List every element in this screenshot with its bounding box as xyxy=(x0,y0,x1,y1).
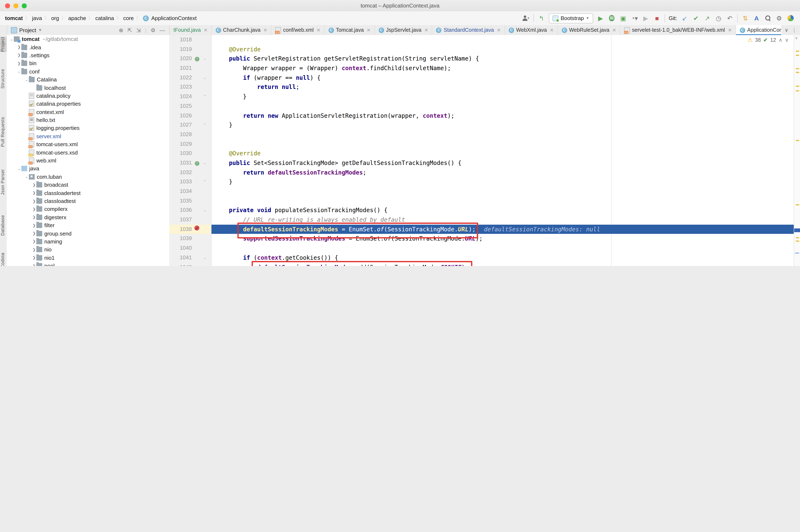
info-stripe-mark[interactable] xyxy=(795,253,799,253)
breadcrumb-item[interactable]: core xyxy=(123,15,134,21)
warning-stripe-mark[interactable] xyxy=(796,68,799,69)
fold-marker-icon[interactable]: ⌄ xyxy=(202,253,208,263)
tree-item-digesterx[interactable]: ❯digesterx xyxy=(7,213,169,221)
close-tab-icon[interactable]: ✕ xyxy=(728,27,732,33)
profiler-icon[interactable]: ◔▾ xyxy=(631,14,638,22)
tool-stripe-codota[interactable]: Codota xyxy=(0,253,7,266)
locate-icon[interactable]: ⊕ xyxy=(119,27,123,33)
gutter[interactable]: 1027⌃ xyxy=(169,120,212,130)
tree-item-group-send[interactable]: ❯group.send xyxy=(7,229,169,238)
chevron-down-icon[interactable]: ∨ xyxy=(784,27,788,33)
code-line-1029[interactable]: 1029 xyxy=(169,139,794,149)
fold-marker-icon[interactable]: ⌃ xyxy=(202,92,208,101)
gutter[interactable]: 1036⌄ xyxy=(169,206,212,215)
editor-tab-conf-web-xml[interactable]: conf/web.xml✕ xyxy=(271,25,325,35)
chevron-down-icon[interactable]: ▼ xyxy=(38,28,42,32)
tree-item-catalina-policy[interactable]: catalina.policy xyxy=(7,92,169,100)
code-line-1035[interactable]: 1035 xyxy=(169,196,794,206)
error-stripe-scrollbar[interactable]: ∨ xyxy=(794,35,800,266)
tree-chevron-icon[interactable]: ❯ xyxy=(32,264,36,266)
tree-item-tomcat-users-xml[interactable]: tomcat-users.xml xyxy=(7,140,169,149)
git-update-icon[interactable]: ↙ xyxy=(681,14,688,22)
gutter[interactable]: 1018 xyxy=(169,35,212,44)
code-line-1025[interactable]: 1025 xyxy=(169,101,794,111)
fold-marker-icon[interactable]: ⌃ xyxy=(202,120,208,130)
breadcrumb-item[interactable]: org xyxy=(51,15,59,21)
gutter[interactable]: 1039 xyxy=(169,234,212,244)
tool-stripe-database[interactable]: Database xyxy=(0,215,7,236)
tree-item-hello-txt[interactable]: hello.txt xyxy=(7,116,169,124)
tree-item-catalina-properties[interactable]: catalina.properties xyxy=(7,100,169,108)
gutter[interactable]: 1020↑⌄ xyxy=(169,54,212,63)
collapse-all-icon[interactable]: ⇲ xyxy=(136,27,141,33)
tree-item-filter[interactable]: ❯filter xyxy=(7,221,169,229)
warning-stripe-mark[interactable] xyxy=(796,51,799,52)
gutter[interactable]: 1032 xyxy=(169,168,212,177)
editor-tab-servelet-test-1-0-bak-web-inf-web-xml[interactable]: servelet-test-1.0_bak/WEB-INF/web.xml✕ xyxy=(620,25,736,35)
tree-chevron-icon[interactable]: ❯ xyxy=(32,248,36,252)
editor-tab-tfound-java[interactable]: tFound.java✕ xyxy=(170,25,212,35)
settings-gear-icon[interactable]: ⚙ xyxy=(151,27,156,33)
tree-item--settings[interactable]: ❯.settings xyxy=(7,51,169,59)
breadcrumb-item[interactable]: apache xyxy=(68,15,86,21)
gutter[interactable]: 1040 xyxy=(169,244,212,253)
gutter[interactable]: 1023 xyxy=(169,82,212,92)
tree-chevron-icon[interactable]: ❯ xyxy=(17,61,21,65)
code-line-1028[interactable]: 1028 xyxy=(169,130,794,139)
prev-warning-icon[interactable]: ∧ xyxy=(779,37,782,43)
tree-chevron-icon[interactable]: ❯ xyxy=(17,53,21,57)
tree-item-context-xml[interactable]: context.xml xyxy=(7,108,169,116)
run-gray-icon[interactable]: ▶ xyxy=(642,14,650,22)
close-tab-icon[interactable]: ✕ xyxy=(612,27,616,33)
tree-chevron-icon[interactable]: ⌄ xyxy=(9,37,14,41)
warning-stripe-mark[interactable] xyxy=(796,237,799,239)
editor-tab-jspservlet-java[interactable]: CJspServlet.java✕ xyxy=(375,25,432,35)
gutter[interactable]: 1030 xyxy=(169,149,212,158)
gutter[interactable]: 1028 xyxy=(169,130,212,139)
user-icon[interactable]: ▾ xyxy=(522,14,530,22)
warning-stripe-mark[interactable] xyxy=(796,140,799,141)
code-line-1036[interactable]: 1036⌄ private void populateSessionTracki… xyxy=(169,206,794,215)
tree-chevron-icon[interactable]: ❯ xyxy=(17,45,21,49)
tree-chevron-icon[interactable]: ❯ xyxy=(32,207,36,211)
debug-bug-icon[interactable] xyxy=(608,14,616,22)
tree-item-broadcast[interactable]: ❯broadcast xyxy=(7,181,169,189)
tree-item--idea[interactable]: ❯.idea xyxy=(7,43,169,51)
tool-stripe-structure[interactable]: Structure xyxy=(0,69,7,89)
editor-tab-charchunk-java[interactable]: CCharChunk.java✕ xyxy=(212,25,271,35)
breadcrumb-item[interactable]: catalina xyxy=(95,15,114,21)
code-line-1040[interactable]: 1040 xyxy=(169,244,794,253)
close-tab-icon[interactable]: ✕ xyxy=(550,27,553,33)
tree-item-nio1[interactable]: ❯nio1 xyxy=(7,254,169,262)
code-editor[interactable]: 10181019 @Override1020↑⌄ public ServletR… xyxy=(169,35,800,266)
tree-chevron-icon[interactable]: ❯ xyxy=(32,231,36,235)
tree-chevron-icon[interactable]: ❯ xyxy=(32,215,36,220)
tool-stripe-pull-requests[interactable]: Pull Requests xyxy=(0,117,7,147)
code-line-1041[interactable]: 1041⌄ if (context.getCookies()) { xyxy=(169,253,794,263)
compare-icon[interactable]: ⇅ xyxy=(742,14,749,22)
gutter[interactable]: 1035 xyxy=(169,196,212,206)
tree-chevron-icon[interactable]: ⌄ xyxy=(24,77,29,82)
tree-item-pool[interactable]: ❯pool xyxy=(7,262,169,266)
breadcrumb[interactable]: tomcat〉java〉org〉apache〉catalina〉core〉CAp… xyxy=(4,15,198,22)
gutter[interactable]: 1031↑⌄ xyxy=(169,158,212,168)
stop-icon[interactable]: ■ xyxy=(653,14,661,22)
code-line-1018[interactable]: 1018 xyxy=(169,35,794,44)
code-line-1032[interactable]: 1032 return defaultSessionTrackingModes; xyxy=(169,168,794,177)
gutter[interactable]: 1038 xyxy=(169,225,212,234)
project-tool-window-header[interactable]: Project ▼ ⊕ ⇱ ⇲ | ⚙ — xyxy=(7,25,170,35)
override-marker-icon[interactable]: ↑ xyxy=(192,158,202,168)
close-tab-icon[interactable]: ✕ xyxy=(263,27,267,33)
close-tab-icon[interactable]: ✕ xyxy=(204,27,207,33)
tree-item-java[interactable]: ⌄java xyxy=(7,165,169,173)
code-line-1021[interactable]: 1021 Wrapper wrapper = (Wrapper) context… xyxy=(169,63,794,73)
breakpoint-icon[interactable] xyxy=(192,225,202,234)
editor-tab-tomcat-java[interactable]: CTomcat.java✕ xyxy=(325,25,375,35)
tree-chevron-icon[interactable]: ❯ xyxy=(32,191,36,195)
gutter[interactable]: 1037 xyxy=(169,215,212,225)
code-line-1039[interactable]: 1039 supportedSessionTrackingModes = Enu… xyxy=(169,234,794,244)
tree-chevron-icon[interactable]: ⌄ xyxy=(17,70,21,74)
warning-stripe-mark[interactable] xyxy=(796,90,799,92)
search-icon[interactable] xyxy=(764,14,771,22)
breadcrumb-item[interactable]: java xyxy=(32,15,42,21)
